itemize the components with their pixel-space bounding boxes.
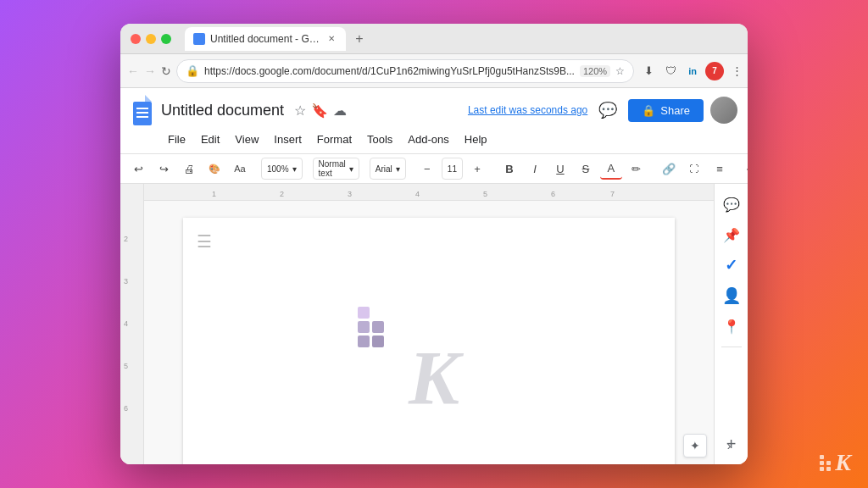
- chat-panel-icon[interactable]: 💬: [718, 191, 745, 218]
- underline-button[interactable]: U: [549, 158, 571, 180]
- docs-header: Untitled document ☆ 🔖 ☁ Last edit was se…: [120, 88, 748, 154]
- ruler-top: 1 2 3 4 5 6 7: [144, 184, 714, 201]
- menu-bar: File Edit View Insert Format Tools Add-o…: [131, 129, 737, 153]
- linkedin-icon[interactable]: in: [683, 62, 702, 80]
- tasks-panel-icon[interactable]: ✓: [718, 252, 745, 279]
- lock-icon: 🔒: [186, 64, 199, 77]
- download-icon[interactable]: ⬇: [639, 62, 658, 80]
- font-size-increase[interactable]: +: [466, 158, 488, 180]
- forward-button[interactable]: →: [144, 61, 156, 81]
- font-size-value: 11: [448, 164, 457, 174]
- print-button[interactable]: 🖨: [178, 158, 200, 180]
- panel-divider: [721, 347, 742, 347]
- font-size-select[interactable]: 11: [442, 158, 463, 180]
- menu-format[interactable]: Format: [310, 130, 359, 148]
- share-lock-icon: 🔒: [642, 104, 655, 117]
- ruler-num-3: 3: [124, 277, 128, 286]
- corner-dot-3: [820, 461, 824, 465]
- corner-logo-letter: K: [835, 451, 851, 474]
- more-options-button[interactable]: ⋯: [741, 158, 748, 180]
- ruler-num-4: 4: [124, 319, 128, 328]
- link-button[interactable]: 🔗: [658, 158, 680, 180]
- menu-edit[interactable]: Edit: [194, 130, 226, 148]
- ruler-mark-3: 3: [348, 190, 352, 198]
- address-bar: ← → ↻ 🔒 https://docs.google.com/document…: [120, 54, 748, 88]
- menu-tools[interactable]: Tools: [360, 130, 399, 148]
- corner-dot-1: [820, 455, 824, 459]
- menu-view[interactable]: View: [228, 130, 265, 148]
- ruler-mark-1: 1: [212, 190, 216, 198]
- docs-logo: [131, 95, 154, 125]
- font-select[interactable]: Arial ▾: [370, 158, 406, 180]
- contacts-panel-icon[interactable]: 👤: [718, 282, 745, 309]
- document-page[interactable]: ☰: [183, 218, 675, 464]
- style-select[interactable]: Normal text ▾: [313, 158, 359, 180]
- maximize-button[interactable]: [161, 34, 171, 44]
- star-icon[interactable]: ☆: [615, 65, 625, 77]
- back-button[interactable]: ←: [127, 61, 139, 81]
- menu-file[interactable]: File: [161, 130, 192, 148]
- ruler-num-6: 6: [124, 404, 128, 413]
- undo-button[interactable]: ↩: [127, 158, 149, 180]
- paint-format-button[interactable]: 🎨: [203, 158, 225, 180]
- menu-insert[interactable]: Insert: [267, 130, 309, 148]
- corner-logo: K: [820, 451, 851, 474]
- tab-title: Untitled document - Google Do...: [210, 33, 320, 45]
- url-text: https://docs.google.com/document/d/1CuP1…: [204, 65, 575, 77]
- tab-close-button[interactable]: ✕: [326, 33, 337, 45]
- share-label: Share: [660, 104, 690, 117]
- minimize-button[interactable]: [146, 34, 156, 44]
- redo-button[interactable]: ↪: [153, 158, 175, 180]
- expand-panel-button[interactable]: ›: [717, 434, 741, 458]
- tab-favicon: [193, 33, 205, 45]
- cloud-save-icon: ☁: [333, 103, 347, 119]
- highlight-button[interactable]: ✏: [626, 158, 648, 180]
- star-favorite-icon[interactable]: ☆: [294, 103, 306, 119]
- browser-icons: ⬇ 🛡 in 7 ⋮: [639, 62, 746, 80]
- corner-dot-2: [826, 455, 831, 459]
- font-dropdown-icon: ▾: [396, 164, 400, 174]
- right-panel: 💬 📌 ✓ 👤 📍 +: [714, 184, 748, 464]
- font-size-decrease[interactable]: −: [416, 158, 438, 180]
- maps-panel-icon[interactable]: 📍: [718, 313, 745, 340]
- ruler-left: 2 3 4 5 6: [120, 184, 144, 464]
- ruler-mark-6: 6: [551, 190, 555, 198]
- corner-dot-5: [820, 467, 824, 471]
- traffic-lights: [131, 34, 171, 44]
- strikethrough-button[interactable]: S: [575, 158, 597, 180]
- explore-button[interactable]: ✦: [683, 434, 707, 458]
- shield-icon[interactable]: 🛡: [661, 62, 680, 80]
- share-button[interactable]: 🔒 Share: [628, 99, 704, 122]
- menu-icon[interactable]: ⋮: [727, 62, 746, 80]
- url-bar[interactable]: 🔒 https://docs.google.com/document/d/1Cu…: [176, 59, 634, 83]
- menu-addons[interactable]: Add-ons: [401, 130, 455, 148]
- spell-check-button[interactable]: Aa: [229, 158, 251, 180]
- extension-icon[interactable]: 7: [705, 62, 724, 80]
- menu-help[interactable]: Help: [458, 130, 494, 148]
- italic-button[interactable]: I: [524, 158, 546, 180]
- text-color-button[interactable]: A: [600, 158, 622, 180]
- docs-title-row: Untitled document ☆ 🔖 ☁ Last edit was se…: [131, 95, 737, 125]
- active-tab[interactable]: Untitled document - Google Do... ✕: [185, 27, 346, 51]
- ruler-mark-2: 2: [280, 190, 284, 198]
- ruler-num-5: 5: [124, 362, 128, 370]
- knowtechie-watermark: K: [409, 341, 459, 417]
- zoom-select[interactable]: 100% ▾: [261, 158, 303, 180]
- new-tab-button[interactable]: +: [349, 29, 370, 49]
- ruler-mark-5: 5: [483, 190, 487, 198]
- align-button[interactable]: ≡: [709, 158, 731, 180]
- user-avatar[interactable]: [710, 97, 737, 124]
- keep-panel-icon[interactable]: 📌: [718, 221, 745, 248]
- bold-button[interactable]: B: [498, 158, 520, 180]
- font-value: Arial: [376, 164, 392, 174]
- refresh-button[interactable]: ↻: [161, 61, 171, 81]
- close-button[interactable]: [131, 34, 141, 44]
- style-value: Normal text: [319, 159, 346, 178]
- last-edit-text: Last edit was seconds ago: [468, 104, 587, 116]
- image-button[interactable]: ⛶: [683, 158, 705, 180]
- document-title[interactable]: Untitled document: [161, 102, 284, 119]
- bookmark-icon[interactable]: 🔖: [311, 103, 328, 119]
- comments-button[interactable]: 💬: [594, 97, 621, 124]
- format-toolbar: ↩ ↪ 🖨 🎨 Aa 100% ▾ Normal text ▾ Arial ▾ …: [120, 154, 748, 184]
- tabs-area: Untitled document - Google Do... ✕ +: [185, 27, 737, 51]
